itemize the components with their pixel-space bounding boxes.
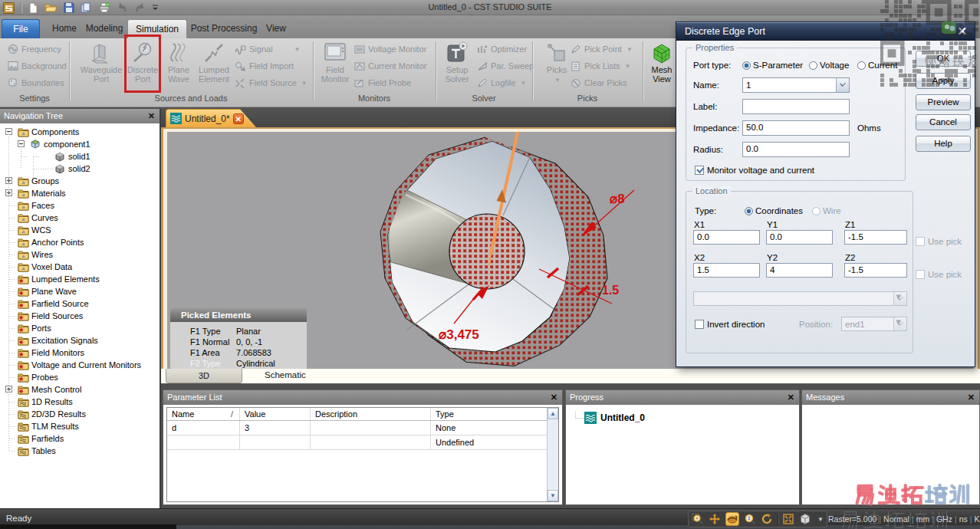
boundaries-button[interactable]: Boundaries bbox=[8, 77, 64, 89]
monitor-voltage-checkbox[interactable] bbox=[695, 166, 704, 175]
port-type-voltage-radio[interactable] bbox=[809, 61, 817, 70]
tree-item-1d-results[interactable]: 1D Results bbox=[0, 396, 159, 408]
use-pick-2-checkbox[interactable] bbox=[916, 270, 925, 279]
coord-input-x1[interactable]: 0.0 bbox=[693, 230, 760, 245]
tree-item-ports[interactable]: Ports bbox=[0, 322, 159, 334]
tab-3d[interactable]: 3D bbox=[166, 369, 242, 383]
messages-close-icon[interactable]: ✕ bbox=[968, 390, 975, 405]
document-tab[interactable]: Untitled_0* ✕ bbox=[166, 109, 256, 127]
voltage-monitor-button[interactable]: Voltage Monitor bbox=[354, 43, 426, 55]
zoom-dynamic-button[interactable] bbox=[744, 512, 756, 526]
tree-item-probes[interactable]: Probes bbox=[0, 371, 159, 383]
parameter-row[interactable]: d3None bbox=[167, 421, 558, 435]
tab-post-processing[interactable]: Post Processing bbox=[187, 19, 261, 38]
use-pick-1-checkbox[interactable] bbox=[916, 237, 925, 246]
clear-picks-button[interactable]: Clear Picks bbox=[571, 77, 627, 89]
field-probe-button[interactable]: Field Probe bbox=[354, 77, 411, 89]
column-header-name[interactable]: Name/ bbox=[167, 408, 240, 420]
coord-input-z2[interactable]: -1.5 bbox=[844, 263, 907, 278]
radius-input[interactable]: 0.0 bbox=[742, 142, 850, 157]
tab-view[interactable]: View bbox=[259, 19, 293, 38]
tab-home[interactable]: Home bbox=[44, 19, 84, 38]
tab-file[interactable]: File bbox=[2, 19, 40, 38]
port-type-current-radio[interactable] bbox=[857, 61, 866, 70]
tree-item-2d-3d-results[interactable]: 2D/3D Results bbox=[0, 408, 159, 420]
field-monitor-button[interactable]: Field Monitor bbox=[315, 40, 355, 89]
tree-item-field-monitors[interactable]: Field Monitors bbox=[0, 347, 159, 359]
setup-solver-button[interactable]: Setup Solver bbox=[437, 40, 477, 89]
tree-item-faces[interactable]: Faces bbox=[0, 199, 159, 212]
tree-item-tables[interactable]: Tables bbox=[0, 445, 159, 457]
tree-item-voxel-data[interactable]: Voxel Data bbox=[0, 261, 159, 273]
tree-item-excitation-signals[interactable]: Excitation Signals bbox=[0, 334, 159, 347]
column-header-type[interactable]: Type bbox=[431, 408, 558, 420]
optimizer-button[interactable]: Optimizer bbox=[477, 43, 527, 55]
tab-schematic[interactable]: Schematic bbox=[265, 370, 306, 380]
rotate-button[interactable] bbox=[725, 512, 739, 526]
view-cube-dropdown-icon[interactable]: ▼ bbox=[817, 516, 824, 523]
tree-item-voltage-and-current-monitors[interactable]: Voltage and Current Monitors bbox=[0, 359, 159, 371]
waveguide-port-button[interactable]: Waveguide Port bbox=[80, 40, 123, 89]
navigation-tree-close-icon[interactable]: ✕ bbox=[148, 111, 155, 121]
parameter-table-scrollbar[interactable]: ▲ ▼ bbox=[547, 408, 558, 501]
tree-item-solid2[interactable]: solid2 bbox=[0, 163, 159, 175]
tree-item-component1[interactable]: component1 bbox=[0, 138, 159, 150]
tree-item-anchor-points[interactable]: Anchor Points bbox=[0, 236, 159, 248]
impedance-input[interactable]: 50.0 bbox=[742, 120, 850, 136]
invert-direction-checkbox[interactable] bbox=[695, 320, 704, 329]
progress-item[interactable]: Untitled_0 bbox=[584, 412, 645, 424]
tree-item-wires[interactable]: Wires bbox=[0, 248, 159, 261]
port-type-sparameter-radio[interactable] bbox=[742, 61, 751, 70]
tree-item-field-sources[interactable]: Field Sources bbox=[0, 310, 159, 322]
tree-item-components[interactable]: Components bbox=[0, 126, 159, 138]
tree-item-groups[interactable]: Groups bbox=[0, 175, 159, 187]
coord-input-z1[interactable]: -1.5 bbox=[844, 230, 907, 245]
zoom-in-button[interactable] bbox=[692, 512, 704, 526]
coord-input-y1[interactable]: 0.0 bbox=[766, 230, 833, 245]
current-monitor-button[interactable]: Current Monitor bbox=[354, 60, 426, 72]
field-import-button[interactable]: Field Import bbox=[235, 60, 294, 72]
tree-item-mesh-control[interactable]: Mesh Control bbox=[0, 383, 159, 396]
tree-item-wcs[interactable]: WCS bbox=[0, 224, 159, 236]
logfile-button[interactable]: Logfile ▼ bbox=[477, 77, 526, 89]
type-coordinates-radio[interactable] bbox=[745, 207, 753, 215]
pan-button[interactable] bbox=[709, 512, 721, 526]
field-source-button[interactable]: Field Source ▼ bbox=[235, 77, 307, 89]
column-header-value[interactable]: Value bbox=[240, 408, 311, 420]
pick-point-button[interactable]: Pick Point ▼ bbox=[571, 43, 633, 55]
help-button[interactable]: Help bbox=[916, 136, 971, 152]
lumped-element-button[interactable]: Lumped Element bbox=[194, 40, 234, 89]
label-input[interactable] bbox=[742, 99, 850, 114]
tree-item-plane-wave[interactable]: Plane Wave bbox=[0, 285, 159, 297]
parameter-row[interactable]: Undefined bbox=[167, 435, 558, 450]
position-combobox[interactable]: end1 ▼ bbox=[841, 317, 907, 331]
preview-button[interactable]: Preview bbox=[916, 94, 971, 110]
par-sweep-button[interactable]: Par. Sweep bbox=[477, 60, 534, 72]
column-header-description[interactable]: Description bbox=[311, 408, 431, 420]
tree-item-farfield-source[interactable]: Farfield Source bbox=[0, 297, 159, 310]
document-tab-close-icon[interactable]: ✕ bbox=[233, 113, 244, 124]
fit-view-button[interactable] bbox=[782, 512, 794, 526]
tree-item-lumped-elements[interactable]: Lumped Elements bbox=[0, 273, 159, 285]
scroll-down-icon[interactable]: ▼ bbox=[548, 490, 558, 501]
signal-button[interactable]: Signal ▼ bbox=[235, 43, 301, 55]
view-cube-button[interactable] bbox=[799, 512, 811, 526]
parameter-list-close-icon[interactable]: ✕ bbox=[551, 390, 557, 405]
tree-item-curves[interactable]: Curves bbox=[0, 212, 159, 224]
tab-modeling[interactable]: Modeling bbox=[80, 19, 129, 38]
plane-wave-button[interactable]: Plane Wave bbox=[160, 40, 197, 89]
tree-item-tlm-results[interactable]: TLM Results bbox=[0, 420, 159, 432]
background-button[interactable]: Background bbox=[8, 60, 67, 72]
progress-close-icon[interactable]: ✕ bbox=[788, 390, 794, 405]
name-dropdown-icon[interactable]: ▼ bbox=[836, 78, 849, 92]
name-combobox[interactable]: 1 ▼ bbox=[742, 77, 850, 93]
tree-item-materials[interactable]: Materials bbox=[0, 187, 159, 199]
wire-combobox[interactable]: ▼ bbox=[693, 291, 907, 306]
tree-item-farfields[interactable]: Farfields bbox=[0, 432, 159, 445]
cancel-button[interactable]: Cancel bbox=[916, 114, 971, 130]
type-wire-radio[interactable] bbox=[812, 207, 821, 215]
coord-input-x2[interactable]: 1.5 bbox=[693, 263, 760, 278]
frequency-button[interactable]: Frequency bbox=[8, 43, 61, 55]
coord-input-y2[interactable]: 4 bbox=[766, 263, 833, 278]
scroll-up-icon[interactable]: ▲ bbox=[548, 408, 558, 419]
